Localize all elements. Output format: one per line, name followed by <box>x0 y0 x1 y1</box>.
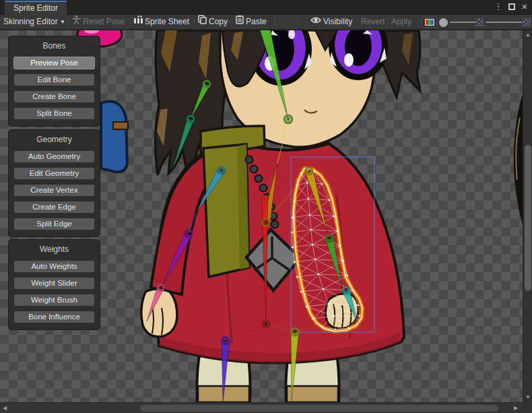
toolbar-separator <box>194 16 195 28</box>
panel-weights: WeightsAuto WeightsWeight SliderWeight B… <box>8 239 100 330</box>
close-icon[interactable]: × <box>519 1 530 12</box>
opacity-slider-handle[interactable] <box>439 18 448 27</box>
panel-button-weight-brush[interactable]: Weight Brush <box>13 294 95 307</box>
edge-sprite-blue <box>101 102 128 172</box>
panel-title: Bones <box>9 41 100 51</box>
horizontal-scrollbar[interactable]: ◀ ▶ <box>0 402 523 413</box>
paste-label: Paste <box>246 17 267 26</box>
sprite-sheet-icon <box>134 15 143 29</box>
panel-button-create-vertex[interactable]: Create Vertex <box>13 184 95 197</box>
panel-button-edit-bone[interactable]: Edit Bone <box>13 73 95 86</box>
toolbar-separator <box>232 16 232 28</box>
panel-button-auto-geometry[interactable]: Auto Geometry <box>13 150 95 163</box>
panel-button-bone-influence[interactable]: Bone Influence <box>13 311 95 323</box>
person-icon <box>72 15 81 29</box>
maximize-icon[interactable] <box>506 3 517 11</box>
horizontal-scrollbar-thumb[interactable] <box>140 405 498 412</box>
copy-button[interactable]: Copy <box>198 15 228 30</box>
revert-button[interactable]: Revert <box>361 15 385 30</box>
panel-button-create-edge[interactable]: Create Edge <box>13 201 95 214</box>
sprite-editor-window: Sprite Editor ⋮ × Skinning Editor ▼ Rese… <box>0 0 532 413</box>
panel-button-split-bone[interactable]: Split Bone <box>13 107 95 120</box>
chevron-down-icon: ▼ <box>60 19 65 25</box>
tab-sprite-editor[interactable]: Sprite Editor <box>5 1 67 15</box>
panel-button-auto-weights[interactable]: Auto Weights <box>13 260 95 273</box>
copy-label: Copy <box>209 17 228 26</box>
vertical-scrollbar[interactable]: ▲ ▼ <box>523 30 532 402</box>
toolbar-separator <box>387 16 388 28</box>
scroll-right-icon[interactable]: ▶ <box>514 406 518 411</box>
opacity-slider-track[interactable] <box>450 22 475 23</box>
panel-button-split-edge[interactable]: Split Edge <box>13 218 95 230</box>
panel-title: Weights <box>9 245 100 254</box>
toolbar: Skinning Editor ▼ Reset Pose Sprite Shee… <box>0 15 532 30</box>
vertical-scrollbar-thumb[interactable] <box>525 145 531 291</box>
sprite-thumb-icon[interactable] <box>475 18 484 26</box>
opacity-slider-track[interactable] <box>486 22 522 23</box>
sprite-thumb-icon[interactable] <box>523 18 531 26</box>
panel-bones: BonesPreview PoseEdit BoneCreate BoneSpl… <box>8 36 100 127</box>
visibility-label: Visibility <box>323 17 352 26</box>
reset-pose-label: Reset Pose <box>83 17 125 26</box>
paste-icon <box>236 15 244 29</box>
rgb-swatch-icon[interactable] <box>422 17 437 28</box>
panel-title: Geometry <box>9 135 100 144</box>
paste-button[interactable]: Paste <box>236 15 267 30</box>
apply-button[interactable]: Apply <box>391 15 411 30</box>
window-menu-icon[interactable]: ⋮ <box>493 1 504 11</box>
eye-icon <box>310 15 321 29</box>
sprite-canvas[interactable]: BonesPreview PoseEdit BoneCreate BoneSpl… <box>0 30 523 402</box>
panel-button-preview-pose[interactable]: Preview Pose <box>13 57 95 69</box>
copy-icon <box>198 15 207 29</box>
panel-geometry: GeometryAuto GeometryEdit GeometryCreate… <box>8 129 100 237</box>
scroll-down-icon[interactable]: ▼ <box>525 395 531 400</box>
scrollbar-corner <box>523 402 532 413</box>
toolbar-separator <box>306 16 307 28</box>
tab-bar: Sprite Editor ⋮ × <box>0 0 532 15</box>
panel-button-edit-geometry[interactable]: Edit Geometry <box>13 167 95 180</box>
skinning-editor-label: Skinning Editor <box>3 17 58 26</box>
panel-button-weight-slider[interactable]: Weight Slider <box>13 277 95 290</box>
toolbar-separator <box>130 16 131 28</box>
edge-sprite-right <box>514 94 523 226</box>
visibility-button[interactable]: Visibility <box>310 15 352 30</box>
sprite-sheet-button[interactable]: Sprite Sheet <box>134 15 189 30</box>
panel-button-create-bone[interactable]: Create Bone <box>13 90 95 103</box>
toolbar-separator <box>418 16 419 28</box>
scroll-left-icon[interactable]: ◀ <box>3 406 7 411</box>
scroll-up-icon[interactable]: ▲ <box>525 32 531 38</box>
toolbar-separator <box>68 16 69 28</box>
skinning-editor-dropdown[interactable]: Skinning Editor ▼ <box>3 15 65 30</box>
toolbar-separator <box>274 16 275 28</box>
reset-pose-button[interactable]: Reset Pose <box>72 15 125 30</box>
sprite-sheet-label: Sprite Sheet <box>145 17 189 26</box>
toolbar-separator <box>357 16 358 28</box>
